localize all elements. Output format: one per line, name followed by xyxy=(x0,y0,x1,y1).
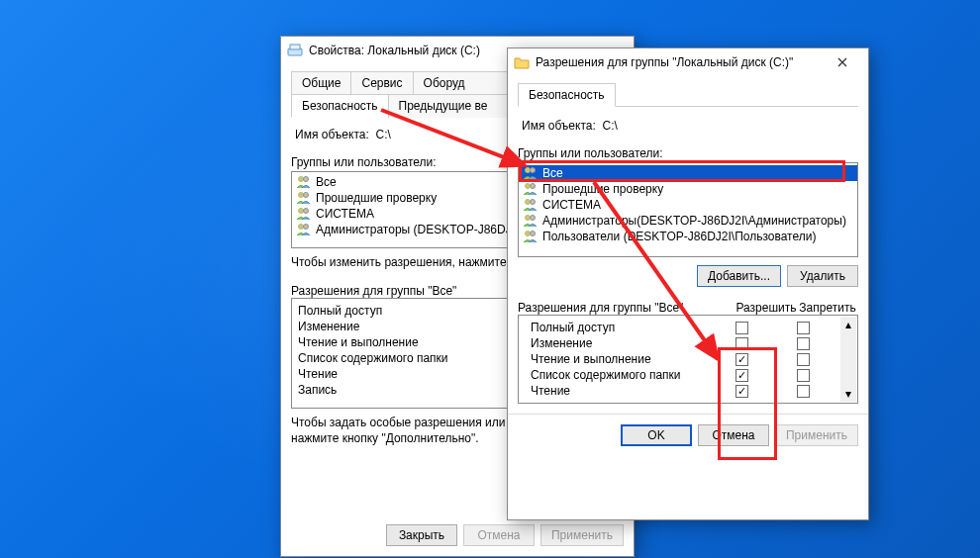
group-name: СИСТЕМА xyxy=(542,198,601,212)
allow-checkbox[interactable] xyxy=(735,385,748,398)
allow-checkbox[interactable] xyxy=(735,322,748,334)
svg-rect-1 xyxy=(290,45,300,49)
cancel-button[interactable]: Отмена xyxy=(698,424,769,446)
svg-point-18 xyxy=(526,232,531,236)
svg-point-9 xyxy=(304,225,309,230)
drive-icon xyxy=(287,43,303,58)
svg-point-14 xyxy=(526,200,531,205)
svg-point-15 xyxy=(531,200,536,205)
cancel-button: Отмена xyxy=(463,524,535,546)
group-item[interactable]: Администраторы(DESKTOP-J86DJ2I\Администр… xyxy=(519,213,857,229)
perm-row: Список содержимого папки xyxy=(525,367,839,383)
perm-name: Список содержимого папки xyxy=(531,368,711,382)
svg-point-13 xyxy=(531,184,536,189)
svg-point-19 xyxy=(531,232,536,236)
group-item[interactable]: СИСТЕМА xyxy=(519,197,857,213)
allow-checkbox[interactable] xyxy=(735,337,748,350)
footer-buttons: OK Отмена Применить xyxy=(518,424,858,446)
svg-point-4 xyxy=(299,193,304,198)
group-name: Прошедшие проверку xyxy=(542,182,663,196)
tab-security[interactable]: Безопасность xyxy=(518,83,616,107)
object-label: Имя объекта: xyxy=(295,128,369,141)
deny-checkbox[interactable] xyxy=(797,369,810,382)
deny-checkbox[interactable] xyxy=(797,322,810,334)
svg-point-5 xyxy=(304,193,309,198)
svg-point-10 xyxy=(526,168,531,173)
deny-checkbox[interactable] xyxy=(797,353,810,366)
perm-name: Чтение и выполнение xyxy=(531,352,711,366)
perm-deny-header: Запретить xyxy=(797,301,858,315)
svg-point-6 xyxy=(299,209,304,214)
deny-checkbox[interactable] xyxy=(797,337,810,350)
allow-checkbox[interactable] xyxy=(735,353,748,366)
scroll-down-icon[interactable]: ▾ xyxy=(840,386,856,402)
deny-checkbox[interactable] xyxy=(797,385,810,398)
group-item[interactable]: Все xyxy=(519,165,857,181)
allow-checkbox[interactable] xyxy=(735,369,748,382)
svg-point-11 xyxy=(531,168,536,173)
add-button[interactable]: Добавить... xyxy=(697,265,781,287)
folder-icon xyxy=(514,54,530,70)
window-title: Разрешения для группы "Локальный диск (C… xyxy=(536,55,823,69)
group-name: СИСТЕМА xyxy=(316,207,374,221)
tab-security[interactable]: Безопасность xyxy=(291,94,389,118)
svg-point-16 xyxy=(526,216,531,221)
perm-name: Изменение xyxy=(531,336,711,350)
svg-point-17 xyxy=(531,216,536,221)
perm-row: Полный доступ xyxy=(525,320,839,335)
footer-buttons: Закрыть Отмена Применить xyxy=(386,524,624,546)
perm-row: Изменение xyxy=(525,335,839,351)
group-name: Все xyxy=(542,166,563,180)
perm-name: Полный доступ xyxy=(531,321,711,334)
group-item[interactable]: Пользователи (DESKTOP-J86DJ2I\Пользовате… xyxy=(519,229,857,244)
svg-point-3 xyxy=(304,177,309,182)
scroll-up-icon[interactable]: ▴ xyxy=(840,317,856,332)
tabs: Безопасность xyxy=(518,82,858,107)
desktop: Свойства: Локальный диск (C:) Общие Серв… xyxy=(0,0,980,558)
svg-point-12 xyxy=(526,184,531,189)
remove-button[interactable]: Удалить xyxy=(787,265,858,287)
tab-general[interactable]: Общие xyxy=(291,71,351,94)
svg-point-2 xyxy=(299,177,304,182)
object-value: C:\ xyxy=(602,119,617,133)
perm-row: Чтение и выполнение xyxy=(525,351,839,367)
perm-header: Разрешения для группы "Все" xyxy=(518,301,735,315)
svg-point-7 xyxy=(304,209,309,214)
perm-allow-header: Разрешить xyxy=(735,301,797,315)
close-button[interactable]: Закрыть xyxy=(386,524,457,546)
tab-service[interactable]: Сервис xyxy=(350,71,413,94)
close-icon[interactable] xyxy=(823,48,862,76)
apply-button: Применить xyxy=(775,424,858,446)
permissions-window: Разрешения для группы "Локальный диск (C… xyxy=(507,47,869,520)
perm-row: Чтение xyxy=(525,383,839,399)
scrollbar[interactable]: ▴ ▾ xyxy=(840,317,856,402)
group-item[interactable]: Прошедшие проверку xyxy=(519,181,857,197)
add-remove-row: Добавить... Удалить xyxy=(518,265,858,287)
group-name: Пользователи (DESKTOP-J86DJ2I\Пользовате… xyxy=(542,230,816,243)
group-name: Администраторы (DESKTOP-J86DJ2 xyxy=(316,223,518,236)
titlebar[interactable]: Разрешения для группы "Локальный диск (C… xyxy=(508,48,868,76)
ok-button[interactable]: OK xyxy=(621,424,692,446)
svg-point-8 xyxy=(299,225,304,230)
group-name: Администраторы(DESKTOP-J86DJ2I\Администр… xyxy=(542,214,846,228)
groups-label: Группы или пользователи: xyxy=(518,146,858,160)
window-body: Безопасность Имя объекта: C:\ Группы или… xyxy=(508,76,868,456)
apply-button: Применить xyxy=(540,524,624,546)
object-label: Имя объекта: xyxy=(522,119,596,133)
perm-name: Чтение xyxy=(531,384,711,398)
perms-listbox: Полный доступИзменениеЧтение и выполнени… xyxy=(518,315,858,404)
group-name: Прошедшие проверку xyxy=(316,191,437,205)
groups-listbox[interactable]: ВсеПрошедшие проверкуСИСТЕМААдминистрато… xyxy=(518,162,858,257)
group-name: Все xyxy=(316,175,337,189)
object-value: C:\ xyxy=(375,128,390,141)
